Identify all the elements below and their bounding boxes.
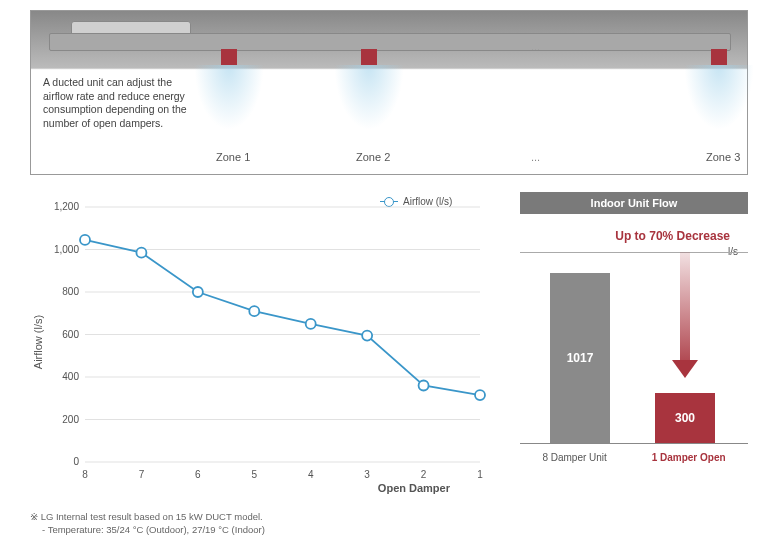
svg-point-28 [419, 381, 429, 391]
damper-icon [711, 49, 727, 65]
chart-svg: 02004006008001,0001,200 87654321 Airflow… [30, 192, 500, 502]
zone-label: Zone 1 [216, 151, 250, 163]
svg-text:4: 4 [308, 469, 314, 480]
bar-1-damper: 300 [655, 393, 715, 443]
damper-icon [361, 49, 377, 65]
svg-text:1,000: 1,000 [54, 244, 79, 255]
svg-text:2: 2 [421, 469, 427, 480]
ellipsis: ... [531, 151, 540, 163]
bar-panel-title: Indoor Unit Flow [520, 192, 748, 214]
svg-text:400: 400 [62, 371, 79, 382]
zone-label: Zone 3 [706, 151, 740, 163]
svg-point-27 [362, 331, 372, 341]
svg-text:Open Damper: Open Damper [378, 482, 451, 494]
svg-text:200: 200 [62, 414, 79, 425]
decrease-arrow-icon [675, 252, 695, 382]
bar-area: l/s 1017 300 [520, 248, 748, 443]
footnote: ※ LG Internal test result based on 15 kW… [30, 510, 265, 537]
reference-line [520, 252, 748, 253]
svg-point-24 [193, 287, 203, 297]
footnote-line: ※ LG Internal test result based on 15 kW… [30, 510, 265, 523]
svg-text:1: 1 [477, 469, 483, 480]
decrease-text: Up to 70% Decrease [520, 229, 730, 243]
ellipsis: ... [531, 41, 540, 53]
duct-pipe [49, 33, 731, 51]
zone-label: Zone 2 [356, 151, 390, 163]
svg-point-29 [475, 390, 485, 400]
svg-text:600: 600 [62, 329, 79, 340]
svg-text:6: 6 [195, 469, 201, 480]
airflow-icon [684, 65, 754, 130]
bar-label: 8 Damper Unit [542, 452, 606, 463]
svg-text:3: 3 [364, 469, 370, 480]
svg-point-22 [80, 235, 90, 245]
svg-text:7: 7 [139, 469, 145, 480]
description-text: A ducted unit can adjust the airflow rat… [43, 76, 193, 131]
svg-text:8: 8 [82, 469, 88, 480]
svg-text:1,200: 1,200 [54, 201, 79, 212]
svg-point-26 [306, 319, 316, 329]
svg-text:5: 5 [252, 469, 258, 480]
svg-text:Airflow (l/s): Airflow (l/s) [32, 315, 44, 369]
airflow-icon [194, 65, 264, 130]
bar-label: 1 Damper Open [652, 452, 726, 463]
bar-panel: Indoor Unit Flow Up to 70% Decrease l/s … [520, 192, 748, 502]
svg-text:0: 0 [73, 456, 79, 467]
diagram-panel: A ducted unit can adjust the airflow rat… [30, 10, 748, 175]
bar-x-labels: 8 Damper Unit 1 Damper Open [520, 443, 748, 463]
bar-8-damper: 1017 [550, 273, 610, 443]
line-chart: 02004006008001,0001,200 87654321 Airflow… [30, 192, 500, 502]
footnote-line: - Temperature: 35/24 °C (Outdoor), 27/19… [42, 523, 265, 536]
svg-point-25 [249, 306, 259, 316]
damper-icon [221, 49, 237, 65]
svg-point-23 [136, 248, 146, 258]
airflow-icon [334, 65, 404, 130]
svg-text:800: 800 [62, 286, 79, 297]
